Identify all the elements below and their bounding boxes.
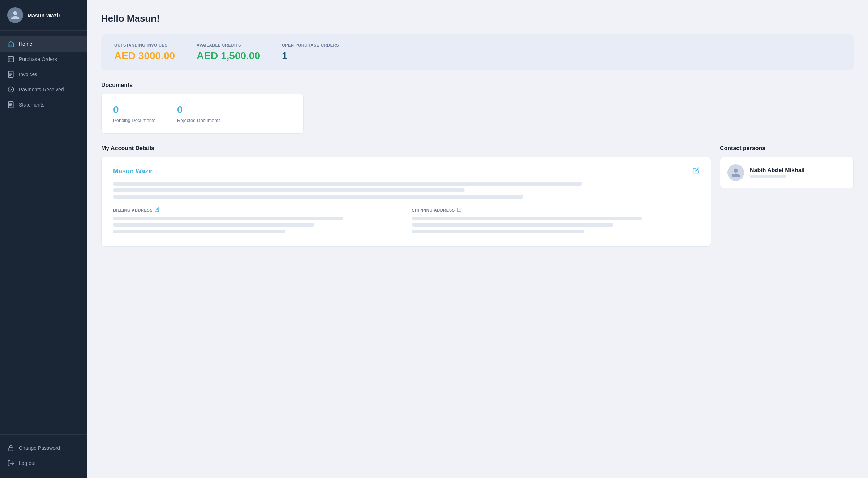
contact-name: Nabih Abdel Mikhail xyxy=(750,167,804,174)
sidebar-item-purchase-orders[interactable]: Purchase Orders xyxy=(0,52,87,67)
contact-info: Nabih Abdel Mikhail xyxy=(750,167,804,178)
documents-section-title: Documents xyxy=(101,82,854,88)
sidebar-item-statements-label: Statements xyxy=(19,102,44,108)
sidebar-header: Masun Wazir xyxy=(0,0,87,31)
sidebar-item-statements[interactable]: Statements xyxy=(0,97,87,112)
svg-rect-12 xyxy=(9,448,13,451)
stat-open-purchase-orders: OPEN PURCHASE ORDERS 1 xyxy=(282,43,339,62)
rejected-documents: 0 Rejected Documents xyxy=(177,104,221,123)
sidebar-nav: Home Purchase Orders Invoices xyxy=(0,31,87,434)
billing-skeleton-3 xyxy=(113,230,285,233)
pending-label: Pending Documents xyxy=(113,118,155,123)
sidebar-item-purchase-orders-label: Purchase Orders xyxy=(19,56,57,62)
stat-available-credits: AVAILABLE CREDITS AED 1,500.00 xyxy=(197,43,260,62)
contact-sub-info xyxy=(750,175,786,178)
sidebar-item-payments-received[interactable]: Payments Received xyxy=(0,82,87,97)
shipping-skeleton-3 xyxy=(412,230,584,233)
sidebar-item-invoices-label: Invoices xyxy=(19,71,37,77)
sidebar-username: Masun Wazir xyxy=(27,12,60,18)
sidebar-item-invoices[interactable]: Invoices xyxy=(0,67,87,82)
shipping-address-label: SHIPPING ADDRESS xyxy=(412,207,699,213)
stat-outstanding-invoices: OUTSTANDING INVOICES AED 3000.00 xyxy=(114,43,175,62)
sidebar-footer: Change Password Log out xyxy=(0,434,87,478)
account-card-header: Masun Wazir xyxy=(113,167,699,175)
shipping-skeleton-1 xyxy=(412,217,642,220)
edit-shipping-button[interactable] xyxy=(457,207,462,213)
sidebar-item-change-password-label: Change Password xyxy=(19,445,60,451)
contact-section-title: Contact persons xyxy=(720,145,854,152)
account-section-title: My Account Details xyxy=(101,145,711,152)
address-section: BILLING ADDRESS xyxy=(113,207,699,236)
account-contact-section: My Account Details Masun Wazir xyxy=(101,145,854,247)
available-credits-label: AVAILABLE CREDITS xyxy=(197,43,260,47)
account-name: Masun Wazir xyxy=(113,168,152,175)
account-section: My Account Details Masun Wazir xyxy=(101,145,711,247)
skeleton-2 xyxy=(113,188,465,192)
contact-card: Nabih Abdel Mikhail xyxy=(720,157,854,188)
billing-skeleton-1 xyxy=(113,217,343,220)
edit-account-button[interactable] xyxy=(693,167,699,175)
skeleton-1 xyxy=(113,182,582,186)
svg-rect-0 xyxy=(8,57,14,62)
sidebar: Masun Wazir Home Purchase Orders xyxy=(0,0,87,478)
billing-address-col: BILLING ADDRESS xyxy=(113,207,400,236)
sidebar-item-home[interactable]: Home xyxy=(0,36,87,52)
shipping-skeleton-2 xyxy=(412,223,613,227)
pending-count: 0 xyxy=(113,104,155,116)
sidebar-item-payments-received-label: Payments Received xyxy=(19,87,64,92)
open-purchase-orders-value: 1 xyxy=(282,50,339,62)
stats-bar: OUTSTANDING INVOICES AED 3000.00 AVAILAB… xyxy=(101,34,854,70)
sidebar-item-home-label: Home xyxy=(19,41,32,47)
contact-avatar xyxy=(727,164,744,181)
open-purchase-orders-label: OPEN PURCHASE ORDERS xyxy=(282,43,339,47)
main-content: Hello Masun! OUTSTANDING INVOICES AED 30… xyxy=(87,0,868,478)
sidebar-item-logout-label: Log out xyxy=(19,460,36,466)
contact-section: Contact persons Nabih Abdel Mikhail xyxy=(720,145,854,188)
account-card: Masun Wazir BILLING ADDRESS xyxy=(101,157,711,247)
outstanding-invoices-label: OUTSTANDING INVOICES xyxy=(114,43,175,47)
billing-address-label: BILLING ADDRESS xyxy=(113,207,400,213)
outstanding-invoices-value: AED 3000.00 xyxy=(114,50,175,62)
rejected-label: Rejected Documents xyxy=(177,118,221,123)
avatar xyxy=(7,7,23,23)
pending-documents: 0 Pending Documents xyxy=(113,104,155,123)
documents-card: 0 Pending Documents 0 Rejected Documents xyxy=(101,94,304,134)
edit-billing-button[interactable] xyxy=(155,207,159,213)
shipping-address-col: SHIPPING ADDRESS xyxy=(412,207,699,236)
sidebar-item-logout[interactable]: Log out xyxy=(0,456,87,471)
available-credits-value: AED 1,500.00 xyxy=(197,50,260,62)
sidebar-item-change-password[interactable]: Change Password xyxy=(0,440,87,456)
billing-skeleton-2 xyxy=(113,223,314,227)
page-title: Hello Masun! xyxy=(101,13,854,24)
rejected-count: 0 xyxy=(177,104,221,116)
skeleton-3 xyxy=(113,195,523,199)
